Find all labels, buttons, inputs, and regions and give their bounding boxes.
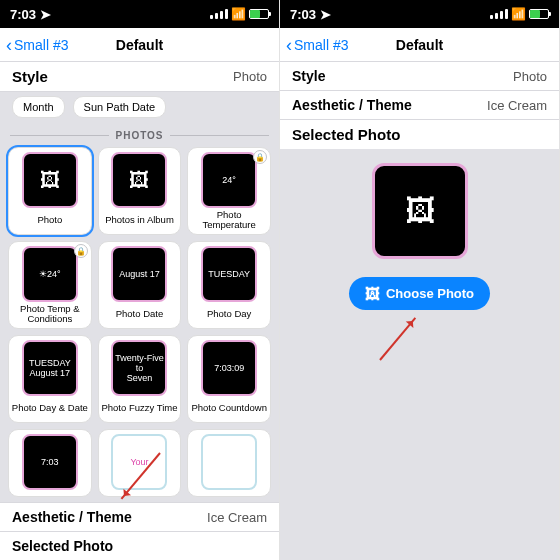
back-label: Small #3 bbox=[294, 37, 348, 53]
style-thumb: 🖼 bbox=[111, 152, 167, 208]
wifi-icon: 📶 bbox=[511, 7, 526, 21]
screenshot-left: 7:03 ➤ 📶 ‹ Small #3 Default Style Photo … bbox=[0, 0, 280, 560]
lock-icon: 🔒 bbox=[253, 150, 267, 164]
style-caption: Photo Fuzzy Time bbox=[101, 398, 177, 418]
selected-photo-area: 🖼 🖼 Choose Photo bbox=[280, 149, 559, 560]
style-caption: Photos in Album bbox=[105, 210, 174, 230]
row-style-value: Photo bbox=[233, 69, 267, 84]
style-caption: Photo Date bbox=[116, 304, 164, 324]
style-card-temp[interactable]: 24°Photo Temperature🔒 bbox=[187, 147, 271, 235]
row-style[interactable]: Style Photo bbox=[280, 62, 559, 91]
nav-bar: ‹ Small #3 Default bbox=[0, 28, 279, 62]
battery-icon bbox=[249, 9, 269, 19]
style-caption: Photo Day bbox=[207, 304, 251, 324]
lock-icon: 🔒 bbox=[74, 244, 88, 258]
style-thumb: 24° bbox=[201, 152, 257, 208]
back-label: Small #3 bbox=[14, 37, 68, 53]
chip-month[interactable]: Month bbox=[12, 96, 65, 118]
row-style-label: Style bbox=[12, 68, 48, 85]
row-style[interactable]: Style Photo bbox=[0, 62, 279, 92]
style-card-in-album[interactable]: 🖼Photos in Album bbox=[98, 147, 182, 235]
style-scroll[interactable]: Month Sun Path Date PHOTOS 🖼Photo🖼Photos… bbox=[0, 92, 279, 560]
style-card-countdown[interactable]: 7:03:09Photo Countdown bbox=[187, 335, 271, 423]
style-thumb bbox=[201, 434, 257, 490]
wifi-icon: 📶 bbox=[231, 7, 246, 21]
status-bar: 7:03 ➤ 📶 bbox=[280, 0, 559, 28]
style-card-day[interactable]: TUESDAYPhoto Day bbox=[187, 241, 271, 329]
style-thumb: TUESDAY August 17 bbox=[22, 340, 78, 396]
chip-sunpath[interactable]: Sun Path Date bbox=[73, 96, 167, 118]
style-thumb: 7:03:09 bbox=[201, 340, 257, 396]
cellular-icon bbox=[210, 9, 228, 19]
style-thumb: Twenty-Five to Seven bbox=[111, 340, 167, 396]
battery-icon bbox=[529, 9, 549, 19]
selected-photo-preview[interactable]: 🖼 bbox=[372, 163, 468, 259]
page-title: Default bbox=[116, 37, 163, 53]
style-card-day-date[interactable]: TUESDAY August 17Photo Day & Date bbox=[8, 335, 92, 423]
chevron-left-icon: ‹ bbox=[286, 36, 292, 54]
row-selected-photo[interactable]: Selected Photo bbox=[0, 531, 279, 560]
choose-photo-label: Choose Photo bbox=[386, 286, 474, 301]
status-time: 7:03 bbox=[290, 7, 316, 22]
style-thumb: TUESDAY bbox=[201, 246, 257, 302]
style-caption: Photo bbox=[37, 210, 62, 230]
annotation-arrow bbox=[379, 317, 416, 360]
style-thumb: 7:03 bbox=[22, 434, 78, 490]
style-caption: Photo Temp & Conditions bbox=[11, 304, 89, 324]
nav-bar: ‹ Small #3 Default bbox=[280, 28, 559, 62]
page-title: Default bbox=[396, 37, 443, 53]
row-aesthetic[interactable]: Aesthetic / Theme Ice Cream bbox=[0, 502, 279, 531]
style-card-temp-cond[interactable]: ☀24°Photo Temp & Conditions🔒 bbox=[8, 241, 92, 329]
style-thumb: ☀24° bbox=[22, 246, 78, 302]
status-bar: 7:03 ➤ 📶 bbox=[0, 0, 279, 28]
style-thumb: 🖼 bbox=[22, 152, 78, 208]
style-card-fuzzy[interactable]: Twenty-Five to SevenPhoto Fuzzy Time bbox=[98, 335, 182, 423]
choose-photo-button[interactable]: 🖼 Choose Photo bbox=[349, 277, 490, 310]
style-card-time[interactable]: 7:03 bbox=[8, 429, 92, 497]
photo-placeholder-icon: 🖼 bbox=[405, 194, 435, 228]
location-icon: ➤ bbox=[40, 7, 51, 22]
style-caption: Photo Temperature bbox=[190, 210, 268, 230]
row-selected-photo: Selected Photo bbox=[280, 120, 559, 149]
back-button[interactable]: ‹ Small #3 bbox=[280, 36, 348, 54]
location-icon: ➤ bbox=[320, 7, 331, 22]
style-thumb: August 17 bbox=[111, 246, 167, 302]
style-grid: 🖼Photo🖼Photos in Album24°Photo Temperatu… bbox=[0, 147, 279, 497]
style-card-extra2[interactable] bbox=[187, 429, 271, 497]
back-button[interactable]: ‹ Small #3 bbox=[0, 36, 68, 54]
photo-icon: 🖼 bbox=[365, 285, 380, 302]
style-caption: Photo Day & Date bbox=[12, 398, 88, 418]
style-card-photo[interactable]: 🖼Photo bbox=[8, 147, 92, 235]
style-card-extra1[interactable]: Your bbox=[98, 429, 182, 497]
style-thumb: Your bbox=[111, 434, 167, 490]
style-caption: Photo Countdown bbox=[191, 398, 267, 418]
status-time: 7:03 bbox=[10, 7, 36, 22]
section-photos: PHOTOS bbox=[0, 126, 279, 147]
chevron-left-icon: ‹ bbox=[6, 36, 12, 54]
cellular-icon bbox=[490, 9, 508, 19]
screenshot-right: 7:03 ➤ 📶 ‹ Small #3 Default Style Photo … bbox=[280, 0, 560, 560]
style-card-date[interactable]: August 17Photo Date bbox=[98, 241, 182, 329]
row-aesthetic[interactable]: Aesthetic / Theme Ice Cream bbox=[280, 91, 559, 120]
